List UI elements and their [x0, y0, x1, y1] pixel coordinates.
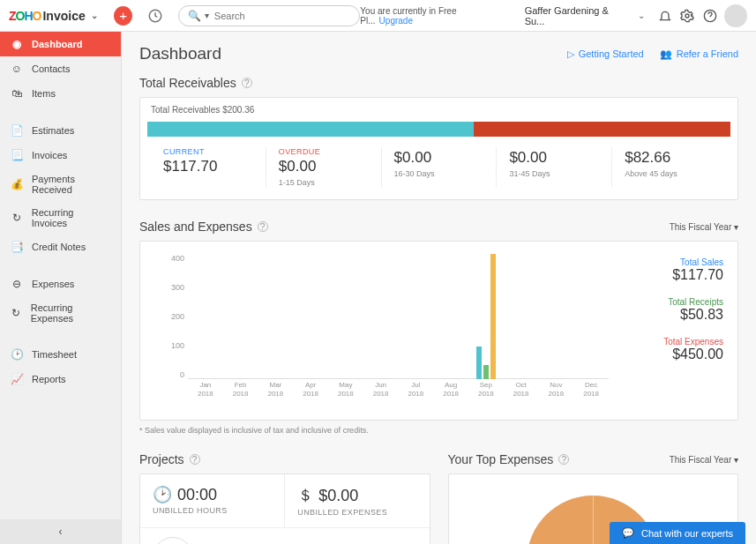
- project-row[interactable]: No logged hours Landscaping Peregrin Too…: [140, 527, 430, 544]
- credit-notes-icon: 📑: [11, 241, 23, 253]
- invoices-icon: 📃: [11, 149, 23, 161]
- play-icon: ▷: [567, 48, 574, 60]
- logo[interactable]: ZOHO Invoice ⌄: [9, 9, 98, 23]
- refer-icon: 👥: [660, 48, 672, 60]
- sidebar-item-recurring-expenses[interactable]: ↻Recurring Expenses: [0, 296, 121, 330]
- zoho-logo-icon: ZOHO: [9, 9, 41, 23]
- sidebar-collapse-button[interactable]: ‹: [0, 519, 121, 544]
- sidebar-item-dashboard[interactable]: ◉Dashboard: [0, 32, 121, 56]
- sidebar-item-invoices[interactable]: 📃Invoices: [0, 143, 121, 168]
- projects-card: 🕑00:00 UNBILLED HOURS ＄$0.00 UNBILLED EX…: [139, 473, 430, 544]
- sidebar-item-items[interactable]: 🛍Items: [0, 81, 121, 106]
- refer-friend-link[interactable]: 👥Refer a Friend: [660, 48, 738, 60]
- overdue-col-1: OVERDUE $0.00 1-15 Days: [266, 147, 381, 187]
- logged-hours-circle: No logged hours: [153, 537, 193, 544]
- sidebar-item-payments[interactable]: 💰Payments Received: [0, 168, 121, 201]
- top-expenses-title: Your Top Expenses?: [448, 452, 570, 466]
- overdue-col-3: $0.00 31-45 Days: [496, 147, 611, 187]
- reports-icon: 📈: [11, 373, 23, 385]
- sales-expenses-card: 4003002001000 Jan2018Feb2018Mar2018Apr20…: [139, 241, 738, 421]
- chevron-down-icon: ⌄: [91, 11, 98, 20]
- notifications-button[interactable]: [654, 4, 677, 27]
- clock-icon: 🕑: [153, 485, 172, 504]
- overdue-col-2: $0.00 16-30 Days: [381, 147, 497, 187]
- sales-expenses-title: Sales and Expenses?: [139, 220, 268, 234]
- search-input[interactable]: [214, 11, 351, 21]
- dashboard-icon: ◉: [11, 38, 23, 50]
- receivables-bar: [147, 122, 730, 137]
- add-button[interactable]: +: [114, 6, 133, 26]
- chat-button[interactable]: 💬Chat with our experts: [610, 522, 745, 544]
- items-icon: 🛍: [11, 87, 23, 100]
- main-content: Dashboard ▷Getting Started 👥Refer a Frie…: [122, 32, 756, 544]
- top-expenses-fiscal-dropdown[interactable]: This Fiscal Year ▾: [670, 455, 738, 465]
- sales-expenses-footnote: * Sales value displayed is inclusive of …: [139, 426, 738, 435]
- receivables-title: Total Receivables?: [139, 76, 738, 90]
- sidebar-item-contacts[interactable]: ☺Contacts: [0, 56, 121, 81]
- sidebar-item-timesheet[interactable]: 🕑Timesheet: [0, 342, 121, 367]
- help-icon[interactable]: ?: [190, 454, 200, 465]
- help-icon[interactable]: ?: [258, 221, 268, 232]
- plan-message: You are currently in Free Pl...Upgrade: [360, 6, 508, 26]
- settings-button[interactable]: [676, 4, 699, 27]
- search-icon: 🔍: [188, 10, 201, 22]
- search-box[interactable]: 🔍 ▾: [178, 5, 361, 26]
- sidebar: ◉Dashboard ☺Contacts 🛍Items 📄Estimates 📃…: [0, 32, 122, 544]
- dollar-icon: ＄: [297, 485, 313, 506]
- chat-icon: 💬: [622, 527, 634, 539]
- receivables-card: Total Receivables $200.36 CURRENT $117.7…: [139, 97, 738, 200]
- chevron-down-icon: ⌄: [638, 11, 645, 20]
- sidebar-item-credit-notes[interactable]: 📑Credit Notes: [0, 235, 121, 259]
- estimates-icon: 📄: [11, 124, 23, 137]
- page-title: Dashboard: [139, 44, 221, 63]
- current-col: CURRENT $117.70: [151, 147, 266, 187]
- search-scope-dropdown-icon[interactable]: ▾: [205, 11, 209, 20]
- topbar: ZOHO Invoice ⌄ + 🔍 ▾ You are currently i…: [0, 0, 756, 32]
- product-name: Invoice: [42, 9, 85, 23]
- org-switcher[interactable]: Gaffer Gardening & Su...⌄: [525, 5, 645, 26]
- avatar[interactable]: [724, 4, 747, 27]
- help-button[interactable]: [699, 4, 722, 27]
- sidebar-item-estimates[interactable]: 📄Estimates: [0, 118, 121, 143]
- receivables-summary: Total Receivables $200.36: [140, 98, 737, 118]
- sidebar-item-recurring-invoices[interactable]: ↻Recurring Invoices: [0, 201, 121, 235]
- sales-expenses-chart: 4003002001000 Jan2018Feb2018Mar2018Apr20…: [154, 254, 609, 404]
- getting-started-link[interactable]: ▷Getting Started: [567, 48, 644, 60]
- help-icon[interactable]: ?: [558, 454, 569, 465]
- fiscal-year-dropdown[interactable]: This Fiscal Year ▾: [670, 222, 738, 232]
- contacts-icon: ☺: [11, 63, 23, 75]
- overdue-col-4: $82.66 Above 45 days: [611, 147, 727, 187]
- help-icon[interactable]: ?: [242, 78, 252, 88]
- expenses-icon: ⊖: [11, 278, 23, 290]
- sidebar-item-reports[interactable]: 📈Reports: [0, 367, 121, 391]
- sidebar-item-expenses[interactable]: ⊖Expenses: [0, 272, 121, 296]
- svg-point-1: [685, 14, 689, 18]
- recurring-expenses-icon: ↻: [11, 307, 22, 319]
- timesheet-icon: 🕑: [11, 348, 23, 361]
- payments-icon: 💰: [11, 178, 23, 190]
- upgrade-link[interactable]: Upgrade: [379, 16, 413, 26]
- projects-title: Projects?: [139, 452, 430, 466]
- recent-activity-button[interactable]: [145, 5, 166, 26]
- recurring-icon: ↻: [11, 212, 23, 224]
